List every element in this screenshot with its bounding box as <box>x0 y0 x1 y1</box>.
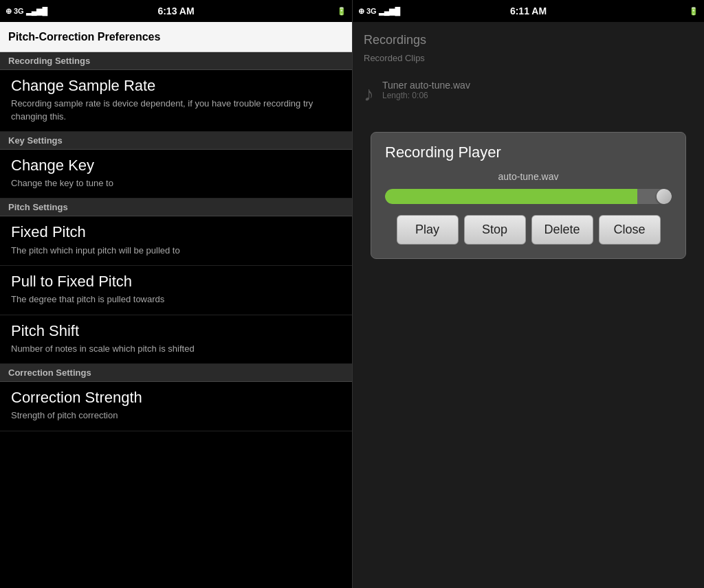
setting-item-change-key[interactable]: Change Key Change the key to tune to <box>0 150 352 199</box>
right-signal-bars: ▂▄▆█ <box>379 7 401 16</box>
left-time: 6:13 AM <box>157 5 194 16</box>
left-battery-area: 🔋 <box>337 7 346 16</box>
right-status-bar: ⊕ 3G ▂▄▆█ 6:11 AM 🔋 <box>353 0 704 22</box>
app-title-bar: Pitch-Correction Preferences <box>0 22 352 52</box>
recorded-clip-row[interactable]: ♪ Tuner auto-tune.wav Length: 0:06 <box>364 74 693 111</box>
playback-progress-bar[interactable] <box>385 189 672 204</box>
recordings-title: Recordings <box>364 33 693 47</box>
left-panel: ⊕ 3G ▂▄▆█ 6:13 AM 🔋 Pitch-Correction Pre… <box>0 0 352 588</box>
page-title: Recordings <box>364 33 426 47</box>
setting-title-pitch-shift: Pitch Shift <box>11 322 341 340</box>
section-header-key: Key Settings <box>0 132 352 150</box>
setting-item-pitch-shift[interactable]: Pitch Shift Number of notes in scale whi… <box>0 315 352 365</box>
left-status-bar: ⊕ 3G ▂▄▆█ 6:13 AM 🔋 <box>0 0 352 22</box>
music-note-icon: ♪ <box>364 82 374 106</box>
section-header-pitch: Pitch Settings <box>0 199 352 216</box>
right-content: Recordings Recorded Clips ♪ Tuner auto-t… <box>353 22 704 588</box>
setting-desc-pull-fixed-pitch: The degree that pitch is pulled towards <box>11 293 341 306</box>
right-gps-icon: ⊕ <box>358 7 364 16</box>
clip-length: Length: 0:06 <box>382 91 470 100</box>
battery-icon: 🔋 <box>337 7 346 16</box>
recording-player-dialog: Recording Player auto-tune.wav Play Stop… <box>371 132 686 259</box>
app-title: Pitch-Correction Preferences <box>8 31 160 43</box>
recording-player-dialog-overlay: Recording Player auto-tune.wav Play Stop… <box>371 132 686 259</box>
section-header-recording: Recording Settings <box>0 52 352 70</box>
setting-title-change-key: Change Key <box>11 157 341 174</box>
setting-title-fixed-pitch: Fixed Pitch <box>11 223 341 241</box>
signal-bars: ▂▄▆█ <box>26 7 48 16</box>
clip-name: Tuner auto-tune.wav <box>382 80 470 91</box>
stop-button[interactable]: Stop <box>464 215 526 245</box>
progress-bar-fill <box>385 189 637 204</box>
setting-title-correction-strength: Correction Strength <box>11 389 341 407</box>
right-status-icons: ⊕ 3G ▂▄▆█ <box>358 7 400 16</box>
right-time: 6:11 AM <box>510 5 547 16</box>
right-battery-area: 🔋 <box>689 7 698 16</box>
delete-button[interactable]: Delete <box>531 215 593 245</box>
right-panel: ⊕ 3G ▂▄▆█ 6:11 AM 🔋 Recordings Recorded … <box>352 0 704 588</box>
setting-desc-pitch-shift: Number of notes in scale which pitch is … <box>11 343 341 355</box>
right-signal-label: 3G <box>366 7 377 15</box>
setting-title-pull-fixed-pitch: Pull to Fixed Pitch <box>11 273 341 291</box>
setting-desc-change-key: Change the key to tune to <box>11 177 341 190</box>
setting-desc-sample-rate: Recording sample rate is device dependen… <box>11 98 341 122</box>
setting-item-fixed-pitch[interactable]: Fixed Pitch The pitch which input pitch … <box>0 216 352 266</box>
setting-desc-fixed-pitch: The pitch which input pitch will be pull… <box>11 245 341 257</box>
section-header-correction: Correction Settings <box>0 364 352 382</box>
player-buttons: Play Stop Delete Close <box>385 215 672 245</box>
gps-icon: ⊕ <box>6 7 12 16</box>
dialog-title: Recording Player <box>385 144 672 161</box>
right-battery-icon: 🔋 <box>689 7 698 16</box>
recorded-clips-label: Recorded Clips <box>364 53 693 63</box>
clip-info: Tuner auto-tune.wav Length: 0:06 <box>382 80 470 100</box>
setting-desc-correction-strength: Strength of pitch correction <box>11 409 341 422</box>
close-button[interactable]: Close <box>599 215 661 245</box>
settings-list: Recording Settings Change Sample Rate Re… <box>0 52 352 588</box>
setting-title-sample-rate: Change Sample Rate <box>11 77 341 95</box>
progress-thumb[interactable] <box>657 189 672 204</box>
setting-item-pull-fixed-pitch[interactable]: Pull to Fixed Pitch The degree that pitc… <box>0 266 352 315</box>
left-status-icons: ⊕ 3G ▂▄▆█ <box>6 7 47 16</box>
dialog-filename: auto-tune.wav <box>385 171 672 182</box>
setting-item-correction-strength[interactable]: Correction Strength Strength of pitch co… <box>0 382 352 431</box>
play-button[interactable]: Play <box>397 215 459 245</box>
signal-label: 3G <box>14 7 24 15</box>
setting-item-sample-rate[interactable]: Change Sample Rate Recording sample rate… <box>0 70 352 132</box>
